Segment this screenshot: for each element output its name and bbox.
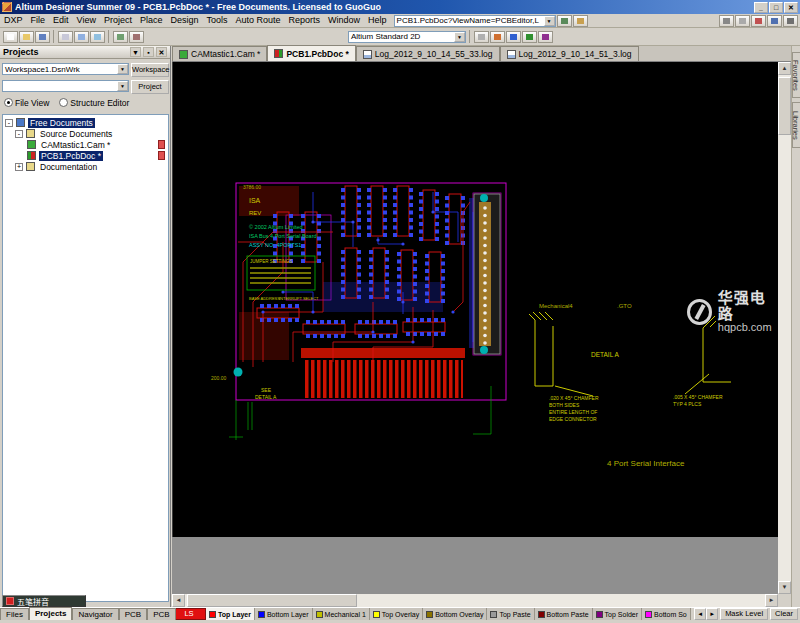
- scroll-right-icon[interactable]: ►: [765, 594, 778, 607]
- menu-file[interactable]: File: [27, 14, 50, 27]
- place-via-icon[interactable]: [538, 31, 553, 43]
- layer-tab-top-overlay[interactable]: Top Overlay: [370, 608, 423, 621]
- address-dropdown-icon[interactable]: ▼: [544, 16, 555, 26]
- horizontal-scrollbar-thumb[interactable]: [187, 594, 357, 607]
- mdi-close-icon[interactable]: [751, 15, 766, 27]
- panels-icon[interactable]: [767, 15, 782, 27]
- menu-design[interactable]: Design: [166, 14, 202, 27]
- collapse-icon-source[interactable]: -: [15, 130, 23, 138]
- close-button[interactable]: ✕: [784, 2, 798, 13]
- workspace-combo[interactable]: Workspace1.DsnWrk ▼: [2, 63, 129, 75]
- panel-tab-projects[interactable]: Projects: [29, 607, 73, 620]
- tab-log-1[interactable]: Log_2012_9_10_14_55_33.log: [356, 46, 500, 61]
- scroll-down-icon[interactable]: ▼: [778, 581, 791, 594]
- layer-tab-bottom-paste[interactable]: Bottom Paste: [535, 608, 593, 621]
- modified-badge-icon-2: [158, 151, 165, 160]
- print-icon[interactable]: [58, 31, 73, 43]
- tab-favorites[interactable]: Favorites: [792, 52, 800, 98]
- maximize-button[interactable]: □: [769, 2, 783, 13]
- mask-level-button[interactable]: Mask Level: [720, 608, 768, 620]
- clear-button[interactable]: Clear: [770, 608, 798, 620]
- favorites-add-icon[interactable]: [573, 15, 588, 27]
- db37-connector: [474, 194, 500, 354]
- redo-icon[interactable]: [129, 31, 144, 43]
- tree-item-pcbdoc[interactable]: PCB1.PcbDoc *: [27, 150, 165, 161]
- move-icon[interactable]: [490, 31, 505, 43]
- scroll-up-icon[interactable]: ▲: [778, 62, 791, 75]
- chamfer1-line1: .020 X 45° CHAMFER: [549, 395, 599, 401]
- scroll-left-icon[interactable]: ◄: [172, 594, 185, 607]
- expand-icon-documentation[interactable]: +: [15, 163, 23, 171]
- layer-tab-top-solder[interactable]: Top Solder: [593, 608, 642, 621]
- modified-badge-icon: [158, 140, 165, 149]
- help-icon[interactable]: [783, 15, 798, 27]
- pcb-editor-canvas[interactable]: JUMPER SETTINGS 3786.00 ISA REV © 2002 A…: [172, 62, 778, 537]
- document-address-combo[interactable]: PCB1.PcbDoc?ViewName=PCBEditor,L ▼: [394, 15, 556, 27]
- layer-tab-mechanical-1[interactable]: Mechanical 1: [313, 608, 370, 621]
- zoom-area-icon[interactable]: [90, 31, 105, 43]
- tab-pcb1-pcbdoc[interactable]: PCB1.PcbDoc *: [267, 45, 355, 61]
- project-combo[interactable]: ▼: [2, 80, 129, 92]
- panel-tab-navigator[interactable]: Navigator: [72, 608, 118, 620]
- panel-tab-pcb-1[interactable]: PCB: [119, 608, 147, 620]
- tree-item-source-documents[interactable]: - Source Documents: [15, 128, 165, 139]
- tab-log-2[interactable]: Log_2012_9_10_14_51_3.log: [500, 46, 639, 61]
- layer-tab-top-paste[interactable]: Top Paste: [487, 608, 534, 621]
- collapse-icon[interactable]: -: [5, 119, 13, 127]
- panel-close-icon[interactable]: ✕: [156, 47, 167, 57]
- panel-tab-pcb-2[interactable]: PCB: [147, 608, 175, 620]
- panel-tab-files[interactable]: Files: [0, 608, 29, 620]
- menu-tools[interactable]: Tools: [202, 14, 231, 27]
- menu-reports[interactable]: Reports: [285, 14, 325, 27]
- layer-scroll-right-icon[interactable]: ►: [706, 608, 718, 620]
- project-dropdown-icon[interactable]: ▼: [117, 81, 128, 91]
- menu-auto-route[interactable]: Auto Route: [231, 14, 284, 27]
- tree-item-camtastic[interactable]: CAMtastic1.Cam *: [27, 139, 165, 150]
- menu-help[interactable]: Help: [364, 14, 391, 27]
- layer-sets-button[interactable]: LS: [172, 608, 206, 620]
- menu-window[interactable]: Window: [324, 14, 364, 27]
- menu-place[interactable]: Place: [136, 14, 167, 27]
- view-configuration-combo[interactable]: Altium Standard 2D ▼: [348, 31, 466, 43]
- menu-view[interactable]: View: [73, 14, 100, 27]
- layer-tab-bottom-solder[interactable]: Bottom So: [642, 608, 691, 621]
- place-pad-icon[interactable]: [522, 31, 537, 43]
- tree-item-free-documents[interactable]: - Free Documents: [5, 117, 165, 128]
- new-document-icon[interactable]: [3, 31, 18, 43]
- vertical-scrollbar-thumb[interactable]: [778, 77, 791, 135]
- chamfer1-line3: ENTIRE LENGTH OF: [549, 409, 597, 415]
- tab-libraries[interactable]: Libraries: [792, 102, 800, 148]
- file-view-radio[interactable]: File View: [4, 98, 49, 108]
- zoom-fit-icon[interactable]: [74, 31, 89, 43]
- menu-dxp[interactable]: DXP: [0, 14, 27, 27]
- mdi-minimize-icon[interactable]: [719, 15, 734, 27]
- workspace-button[interactable]: Workspace: [131, 63, 169, 77]
- undo-icon[interactable]: [113, 31, 128, 43]
- menu-project[interactable]: Project: [100, 14, 136, 27]
- interactive-route-icon[interactable]: [506, 31, 521, 43]
- tree-label-camtastic: CAMtastic1.Cam *: [39, 140, 112, 150]
- panel-pin-icon[interactable]: ▪: [143, 47, 154, 57]
- select-icon[interactable]: [474, 31, 489, 43]
- horizontal-scrollbar[interactable]: ◄ ►: [172, 594, 778, 607]
- layer-tab-top-layer[interactable]: Top Layer: [206, 608, 255, 621]
- app-icon: [2, 2, 12, 12]
- project-button[interactable]: Project: [131, 80, 169, 94]
- tree-item-documentation[interactable]: + Documentation: [15, 161, 165, 172]
- view-configuration-dropdown-icon[interactable]: ▼: [454, 32, 465, 42]
- ime-toolbar[interactable]: 五笔拼音: [2, 595, 86, 607]
- vertical-scrollbar[interactable]: ▲ ▼: [778, 62, 791, 594]
- go-icon[interactable]: [557, 15, 572, 27]
- structure-editor-radio[interactable]: Structure Editor: [59, 98, 129, 108]
- save-icon[interactable]: [35, 31, 50, 43]
- layer-scroll-left-icon[interactable]: ◄: [694, 608, 706, 620]
- layer-tab-bottom-overlay[interactable]: Bottom Overlay: [423, 608, 487, 621]
- layer-tab-bottom-layer[interactable]: Bottom Layer: [255, 608, 313, 621]
- panel-menu-icon[interactable]: ▼: [130, 47, 141, 57]
- open-icon[interactable]: [19, 31, 34, 43]
- workspace-dropdown-icon[interactable]: ▼: [117, 64, 128, 74]
- mdi-restore-icon[interactable]: [735, 15, 750, 27]
- tab-camtastic1[interactable]: CAMtastic1.Cam *: [172, 46, 267, 61]
- menu-edit[interactable]: Edit: [49, 14, 73, 27]
- minimize-button[interactable]: _: [754, 2, 768, 13]
